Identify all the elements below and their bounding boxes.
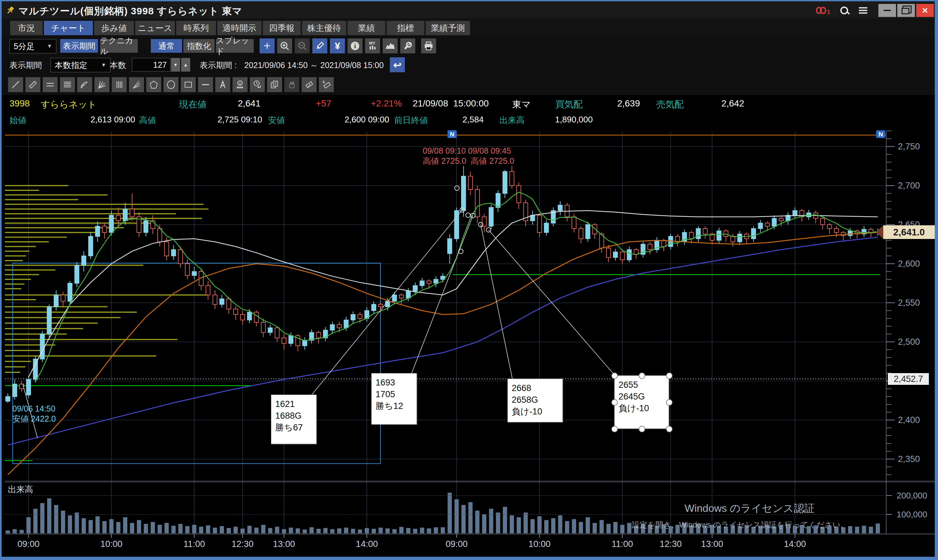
session-low-annotation: 09/06 14:50安値 2422.0 [12,404,56,424]
selection-handle[interactable] [639,426,645,432]
svg-text:14:00: 14:00 [784,539,806,549]
price-chart[interactable]: 200,000100,000出来高2,7502,7002,6502,6002,5… [0,0,938,560]
marked-price-tag: 2,452.7 [888,373,929,385]
svg-text:2,400: 2,400 [898,415,920,425]
trade-annotation-line: 1705 [376,388,413,400]
svg-text:2,700: 2,700 [898,181,920,191]
windows-activation-watermark: Windows のライセンス認証 [685,502,815,516]
app-window: マルチツール(個別銘柄) 3998 すららネット 東マ 1 × 市況 チャート … [0,0,938,560]
volume-pane-label: 出来高 [8,485,33,494]
svg-text:200,000: 200,000 [896,491,927,500]
svg-text:2,350: 2,350 [898,454,920,464]
trade-annotation-line: 1688G [275,410,312,422]
trade-annotation-line: 負け-10 [512,406,559,417]
selection-handle[interactable] [666,399,673,406]
svg-text:13:00: 13:00 [273,539,295,549]
svg-text:09:00: 09:00 [18,539,40,549]
trade-annotation-line: 勝ち67 [275,422,312,433]
trade-annotation-line: 1621 [275,398,312,410]
svg-text:10:00: 10:00 [100,539,122,549]
svg-text:12:30: 12:30 [231,539,254,549]
svg-text:12:30: 12:30 [659,539,682,549]
trade-annotation-line: 2658G [512,394,559,406]
svg-text:2,500: 2,500 [898,337,920,347]
trade-annotation-line: 勝ち12 [376,400,413,412]
svg-text:N: N [450,131,454,138]
svg-text:2,600: 2,600 [898,259,920,269]
svg-text:2,550: 2,550 [898,298,920,308]
selection-handle[interactable] [611,426,618,432]
svg-text:2,750: 2,750 [898,142,920,151]
trade-annotation-box[interactable]: 26552645G負け-10 [614,375,669,429]
svg-text:11:00: 11:00 [611,539,633,549]
selection-handle[interactable] [666,426,673,432]
trade-annotation-box[interactable]: 26682658G負け-10 [507,378,563,422]
trade-annotation-line: 負け-10 [619,402,665,414]
selection-handle[interactable] [611,399,618,406]
svg-text:10:00: 10:00 [528,539,551,549]
selection-handle[interactable] [666,372,673,379]
selection-handle[interactable] [611,372,618,379]
current-price-tag: 2,641.0 [883,225,935,239]
trade-annotation-line: 1693 [376,377,413,388]
svg-text:11:00: 11:00 [184,539,205,549]
windows-activation-watermark-sub: 設定を開き、Windows のライセンス認証を行ってください。 [632,520,848,530]
svg-text:09:00: 09:00 [445,539,468,549]
svg-text:N: N [878,131,883,138]
trade-annotation-line: 2655 [619,379,665,391]
svg-text:13:00: 13:00 [701,539,723,549]
trade-annotation-box[interactable]: 16931705勝ち12 [371,373,417,425]
trade-annotation-line: 2668 [512,382,559,394]
trade-annotation-line: 2645G [619,391,665,402]
trade-annotation-box[interactable]: 16211688G勝ち67 [271,395,317,444]
svg-text:100,000: 100,000 [896,509,927,519]
spike-annotation: 09/08 09:10 09/08 09:45高値 2725.0 高値 2725… [423,146,514,166]
svg-text:14:00: 14:00 [356,539,378,549]
selection-handle[interactable] [639,372,645,379]
